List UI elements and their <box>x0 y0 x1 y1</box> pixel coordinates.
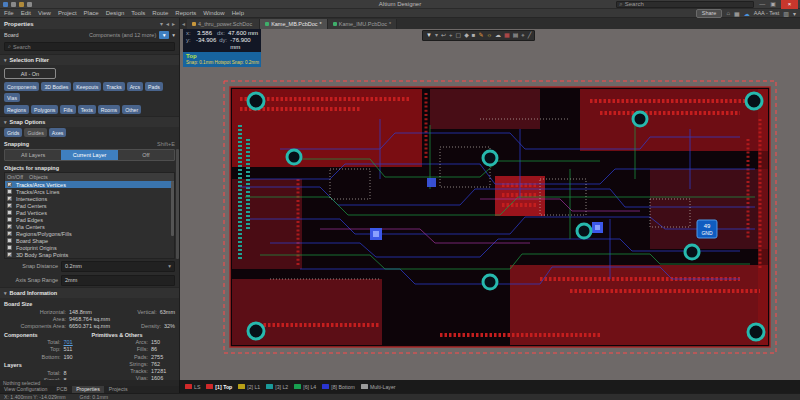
pcb-board-graphic[interactable]: 49 GND <box>180 29 800 380</box>
filter-chip[interactable]: Other <box>122 105 141 114</box>
grid-icon[interactable]: ▦ <box>504 30 510 41</box>
save-icon[interactable] <box>11 2 16 7</box>
tab-scroll-left-icon[interactable]: ◂ <box>180 19 187 29</box>
snap-chip[interactable]: Guides <box>24 128 46 137</box>
open-icon[interactable] <box>19 2 24 7</box>
pin-icon[interactable]: ◂ <box>166 20 169 27</box>
minimize-icon[interactable]: — <box>759 0 765 9</box>
checkbox[interactable] <box>7 217 12 222</box>
chevron-down-icon[interactable]: ▾ <box>793 10 796 17</box>
panel-menu-icon[interactable]: ▾ <box>160 20 163 27</box>
checkbox[interactable] <box>7 231 12 236</box>
filter-funnel-button[interactable]: ▼ <box>159 31 169 39</box>
filter-chip[interactable]: Arcs <box>127 82 143 91</box>
panel-tab[interactable]: Properties <box>72 386 104 393</box>
undo-icon[interactable] <box>27 2 32 7</box>
line-icon[interactable]: ╱ <box>528 30 532 41</box>
snap-object-row[interactable]: Board Shape <box>5 237 174 244</box>
filter-chip[interactable]: Fills <box>60 105 75 114</box>
home-icon[interactable]: ⌂ <box>726 10 730 16</box>
snapping-mode-button[interactable]: Off <box>118 150 174 160</box>
checkbox[interactable] <box>7 210 12 215</box>
chevron-down-icon[interactable]: ▾ <box>172 32 175 38</box>
panel-search-input[interactable]: ⌕ Search <box>4 42 175 51</box>
filter-chip[interactable]: Rooms <box>98 105 120 114</box>
section-snap-options[interactable]: ▾ Snap Options <box>0 116 179 127</box>
layer-tab[interactable]: [3] L2 <box>266 384 288 390</box>
checkbox[interactable] <box>7 238 12 243</box>
snap-chip[interactable]: Axes <box>49 128 67 137</box>
menu-item[interactable]: Place <box>84 10 99 16</box>
checkbox[interactable] <box>7 224 12 229</box>
snap-object-row[interactable]: Regions/Polygons/Fills <box>5 230 174 237</box>
bulb-icon[interactable]: ☼ <box>486 30 492 41</box>
checkbox[interactable] <box>7 196 12 201</box>
checkbox[interactable] <box>7 203 12 208</box>
layer-tab[interactable]: Multi-Layer <box>361 384 396 390</box>
snap-distance-select[interactable]: 0.2mm▾ <box>61 261 175 272</box>
checkbox[interactable] <box>7 245 12 250</box>
close-button[interactable]: × <box>781 0 798 9</box>
snap-object-row[interactable]: Pad Centers <box>5 202 174 209</box>
document-tab[interactable]: 4_thru_power.SchDoc <box>187 19 260 29</box>
menu-item[interactable]: Window <box>203 10 224 16</box>
layer-tab[interactable]: [8] Bottom <box>322 384 355 390</box>
cloud-icon[interactable]: ☁ <box>495 30 501 41</box>
diamond-icon[interactable]: ◆ <box>464 30 469 41</box>
scrollbar[interactable] <box>176 149 179 259</box>
snap-object-row[interactable]: Intersections <box>5 195 174 202</box>
filter-chip[interactable]: 3D Bodies <box>41 82 71 91</box>
filter-chip[interactable]: Tracks <box>103 82 124 91</box>
section-selection-filter[interactable]: ▾ Selection Filter <box>0 54 179 65</box>
layer-tab[interactable]: LS <box>185 384 200 390</box>
fill-icon[interactable]: ■ <box>472 30 476 41</box>
filter-chip[interactable]: Texts <box>78 105 96 114</box>
filter-chip[interactable]: Keepouts <box>73 82 101 91</box>
panel-tab[interactable]: Projects <box>105 386 132 393</box>
checkbox[interactable] <box>7 252 12 257</box>
snap-chip[interactable]: Grids <box>4 128 22 137</box>
panel-scope-label[interactable]: Components (and 12 more) <box>89 32 156 38</box>
monitor-icon[interactable]: ▥ <box>783 10 789 17</box>
pcb-canvas[interactable]: 49 GND x:3.586 dx:47.600 mm y:-34.906 dy… <box>180 29 800 380</box>
menu-item[interactable]: File <box>4 10 14 16</box>
snap-object-row[interactable]: 3D Body Snap Points <box>5 251 174 258</box>
frame-icon[interactable]: ▢ <box>456 30 462 41</box>
menu-item[interactable]: Edit <box>21 10 31 16</box>
document-tab[interactable]: Kame_MB.PcbDoc* <box>260 19 328 29</box>
user-icon[interactable]: ▣ <box>770 0 776 9</box>
add-icon[interactable]: + <box>449 30 453 41</box>
layer-tab[interactable]: [6] L4 <box>294 384 316 390</box>
checkbox[interactable] <box>7 182 12 187</box>
snapping-mode-button[interactable]: All Layers <box>5 150 61 160</box>
grid-view-icon[interactable]: ▦ <box>734 10 740 17</box>
snap-object-row[interactable]: Tracks/Arcs Lines <box>5 188 174 195</box>
checkbox[interactable] <box>7 189 12 194</box>
filter-chip[interactable]: Pads <box>145 82 163 91</box>
filter-chip[interactable]: Components <box>4 82 39 91</box>
filter-chip[interactable]: Polygons <box>31 105 58 114</box>
dropdown-icon[interactable]: ▾ <box>435 30 438 41</box>
menu-item[interactable]: Help <box>232 10 244 16</box>
document-tab[interactable]: Kame_IMU.PcbDoc* <box>328 19 397 29</box>
filter-chip[interactable]: Vias <box>4 93 20 102</box>
layer-tab[interactable]: [1] Top <box>206 384 232 390</box>
selection-filter-all-button[interactable]: All - On <box>4 68 56 79</box>
layer-tab[interactable]: [2] L1 <box>238 384 260 390</box>
snap-object-row[interactable]: Pad Vertices <box>5 209 174 216</box>
global-search-input[interactable]: ⌕ Search <box>616 1 754 8</box>
menu-item[interactable]: Project <box>58 10 77 16</box>
snap-object-row[interactable]: Pad Edges <box>5 216 174 223</box>
snap-object-row[interactable]: Tracks/Arcs Vertices <box>5 181 174 188</box>
pencil-icon[interactable]: ✎ <box>478 30 483 41</box>
menu-item[interactable]: Design <box>106 10 125 16</box>
panel-tab[interactable]: PCB <box>52 386 71 393</box>
snap-object-row[interactable]: Via Centers <box>5 223 174 230</box>
target-icon[interactable]: ⌖ <box>521 30 524 41</box>
panel-tab[interactable]: View Configuration <box>0 386 51 393</box>
pad-icon[interactable]: ▤ <box>513 30 519 41</box>
axis-snap-range-input[interactable]: 2mm <box>61 275 175 286</box>
cloud-icon[interactable]: ☁ <box>744 10 750 17</box>
scrollbar[interactable] <box>171 181 174 236</box>
menu-item[interactable]: Reports <box>175 10 196 16</box>
